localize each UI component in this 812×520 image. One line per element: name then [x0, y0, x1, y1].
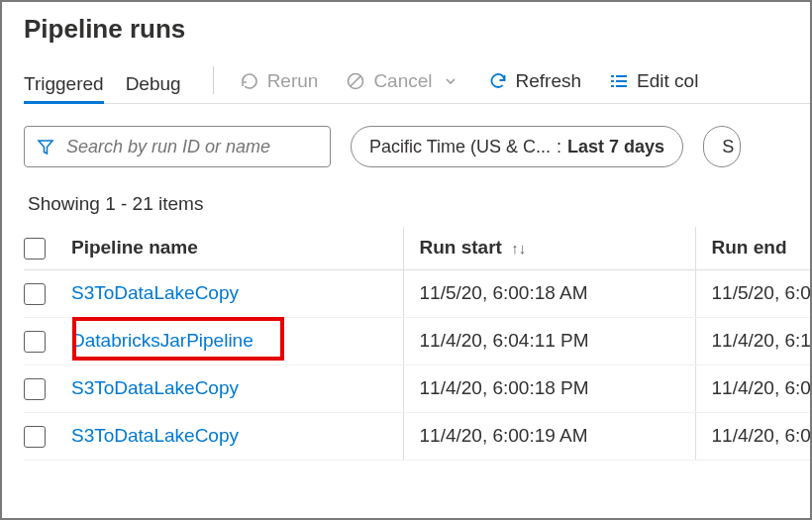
run-start-cell: 11/4/20, 6:04:11 PM [403, 317, 695, 364]
col-run-start[interactable]: Run start ↑↓ [403, 227, 695, 269]
search-box[interactable] [24, 126, 331, 167]
row-checkbox[interactable] [24, 378, 46, 400]
tab-debug[interactable]: Debug [126, 73, 181, 103]
rerun-button: Rerun [240, 70, 319, 96]
run-start-cell: 11/4/20, 6:00:19 AM [403, 412, 695, 460]
run-start-cell: 11/5/20, 6:00:18 AM [403, 269, 695, 317]
svg-rect-5 [616, 80, 627, 82]
run-end-cell: 11/5/20, 6:03: [695, 269, 810, 317]
svg-line-1 [351, 76, 360, 86]
svg-rect-7 [616, 85, 627, 87]
row-checkbox[interactable] [24, 283, 46, 305]
select-all-checkbox[interactable] [24, 238, 46, 260]
edit-columns-button[interactable]: Edit col [609, 70, 698, 96]
rerun-icon [240, 71, 259, 91]
pipeline-name-link[interactable]: S3ToDataLakeCopy [71, 282, 239, 303]
run-start-cell: 11/4/20, 6:00:18 PM [403, 364, 695, 412]
cancel-icon [346, 71, 365, 91]
pipeline-name-link[interactable]: S3ToDataLakeCopy [71, 425, 239, 446]
pipeline-runs-page: Pipeline runs Triggered Debug Rerun Canc… [0, 0, 812, 520]
refresh-label: Refresh [516, 70, 582, 92]
toolbar-row: Triggered Debug Rerun Cancel [24, 62, 810, 104]
table-row: S3ToDataLakeCopy11/4/20, 6:00:18 PM11/4/… [24, 364, 810, 412]
tabs: Triggered Debug [24, 62, 181, 103]
list-icon [609, 71, 629, 91]
divider [213, 66, 214, 94]
col-pipeline-name[interactable]: Pipeline name [71, 227, 403, 269]
range-label: Last 7 days [567, 137, 664, 157]
extra-filter[interactable]: S [703, 126, 741, 167]
table-row: S3ToDataLakeCopy11/4/20, 6:00:19 AM11/4/… [24, 412, 810, 460]
row-checkbox[interactable] [24, 426, 46, 448]
search-input[interactable] [64, 136, 318, 158]
edit-columns-label: Edit col [637, 70, 698, 92]
timezone-range-filter[interactable]: Pacific Time (US & C... : Last 7 days [351, 126, 683, 167]
sort-icon[interactable]: ↑↓ [511, 240, 526, 257]
filters-row: Pacific Time (US & C... : Last 7 days S [24, 126, 810, 167]
svg-rect-2 [611, 75, 614, 77]
refresh-button[interactable]: Refresh [488, 70, 582, 96]
svg-rect-4 [611, 80, 614, 82]
row-checkbox[interactable] [24, 331, 46, 353]
cancel-label: Cancel [373, 70, 432, 92]
showing-count: Showing 1 - 21 items [28, 193, 810, 215]
refresh-icon [488, 71, 508, 91]
highlight-annotation [72, 317, 284, 361]
run-end-cell: 11/4/20, 6:03: [695, 364, 810, 412]
col-run-end[interactable]: Run end [695, 227, 810, 269]
run-end-cell: 11/4/20, 6:04: [695, 412, 810, 460]
svg-rect-6 [611, 85, 614, 87]
table-header-row: Pipeline name Run start ↑↓ Run end [24, 227, 810, 269]
cancel-button: Cancel [346, 70, 459, 96]
rerun-label: Rerun [267, 70, 319, 92]
pipeline-name-link[interactable]: S3ToDataLakeCopy [71, 377, 239, 398]
chevron-down-icon [441, 71, 460, 91]
svg-rect-3 [616, 75, 627, 77]
page-title: Pipeline runs [24, 14, 810, 45]
table-row: S3ToDataLakeCopy11/5/20, 6:00:18 AM11/5/… [24, 269, 810, 317]
timezone-label: Pacific Time (US & C... [369, 137, 551, 157]
run-end-cell: 11/4/20, 6:10: [695, 317, 810, 364]
tab-triggered[interactable]: Triggered [24, 73, 104, 103]
filter-icon [37, 138, 54, 156]
